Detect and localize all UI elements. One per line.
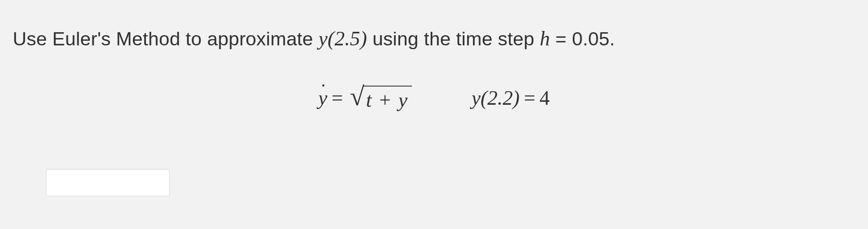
square-root: √ t + y bbox=[350, 85, 412, 111]
text-mid: using the time step bbox=[367, 28, 540, 50]
ic-value: 4 bbox=[540, 86, 550, 109]
problem-container: Use Euler's Method to approximate y(2.5)… bbox=[0, 0, 868, 229]
ic-function: y(2.2) bbox=[471, 86, 519, 109]
target-function: y(2.5) bbox=[319, 27, 367, 50]
answer-input[interactable] bbox=[46, 169, 170, 196]
radicand: t + y bbox=[364, 86, 412, 112]
radicand-t: t bbox=[366, 89, 372, 111]
step-value: 0.05 bbox=[572, 28, 609, 50]
step-variable: h bbox=[540, 27, 550, 50]
equals-sign: = bbox=[524, 86, 535, 109]
text-pre: Use Euler's Method to approximate bbox=[13, 28, 319, 50]
equals-sign: = bbox=[550, 28, 572, 50]
equals-sign: = bbox=[332, 86, 343, 109]
ode-equation: y = √ t + y bbox=[318, 85, 412, 111]
radical-symbol: √ bbox=[350, 87, 364, 106]
radicand-y: y bbox=[398, 89, 408, 111]
initial-condition: y(2.2) = 4 bbox=[471, 86, 549, 109]
problem-statement: Use Euler's Method to approximate y(2.5)… bbox=[13, 25, 855, 52]
y-dot-variable: y bbox=[318, 86, 327, 109]
plus-sign: + bbox=[379, 89, 391, 111]
period: . bbox=[610, 28, 615, 50]
equation-row: y = √ t + y y(2.2) = 4 bbox=[13, 85, 855, 111]
